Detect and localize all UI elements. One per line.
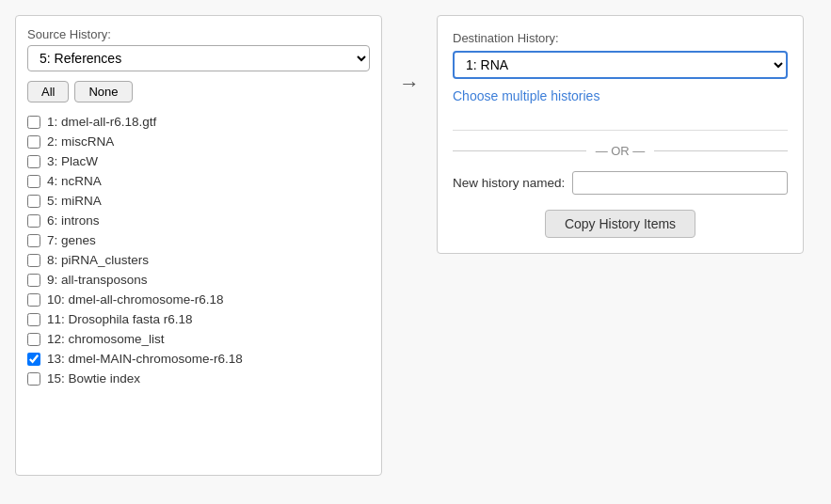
list-item-checkbox[interactable] [27,254,40,267]
list-item-label: 11: Drosophila fasta r6.18 [47,312,193,326]
list-item: 7: genes [27,230,370,250]
main-container: Source History: 5: References All None 1… [15,15,816,476]
list-item-label: 4: ncRNA [47,174,102,188]
list-item-checkbox[interactable] [27,135,40,149]
list-item: 2: miscRNA [27,132,370,151]
list-item-label: 7: genes [47,233,96,247]
new-history-row: New history named: [453,171,788,195]
new-history-label: New history named: [453,176,565,190]
list-item: 5: miRNA [27,191,370,211]
list-item-checkbox[interactable] [27,116,40,129]
list-item-label: 1: dmel-all-r6.18.gtf [47,115,156,129]
list-item: 8: piRNA_clusters [27,250,370,270]
list-item-label: 2: miscRNA [47,134,114,149]
list-item-checkbox[interactable] [27,195,40,208]
list-item: 12: chromosome_list [27,329,370,349]
items-list: 1: dmel-all-r6.18.gtf2: miscRNA3: PlacW4… [27,112,370,388]
list-item: 9: all-transposons [27,270,370,290]
new-history-input[interactable] [572,171,788,195]
list-item: 3: PlacW [27,151,370,171]
list-item-checkbox[interactable] [27,234,40,247]
or-divider: — OR — [453,144,788,158]
list-item-label: 10: dmel-all-chromosome-r6.18 [47,292,224,307]
list-item: 15: Bowtie index [27,369,370,388]
divider-line-right [654,150,788,151]
list-item-checkbox[interactable] [27,353,40,366]
list-item: 10: dmel-all-chromosome-r6.18 [27,290,370,309]
list-item-checkbox[interactable] [27,333,40,346]
list-item-checkbox[interactable] [27,155,40,168]
source-panel-label: Source History: [27,27,370,41]
copy-history-items-button[interactable]: Copy History Items [545,210,695,238]
destination-panel-label: Destination History: [453,31,788,45]
list-item-checkbox[interactable] [27,293,40,307]
list-item-label: 3: PlacW [47,154,98,168]
list-item-label: 15: Bowtie index [47,371,140,386]
list-item-label: 9: all-transposons [47,273,148,287]
list-item-checkbox[interactable] [27,214,40,228]
list-item-label: 5: miRNA [47,194,102,208]
list-item: 11: Drosophila fasta r6.18 [27,309,370,329]
list-item: 4: ncRNA [27,171,370,191]
choose-multiple-link[interactable]: Choose multiple histories [453,88,788,103]
arrow-container: → [382,15,437,96]
list-item-label: 12: chromosome_list [47,332,165,346]
or-label: — OR — [596,144,646,158]
source-history-select[interactable]: 5: References [27,45,370,71]
list-item-checkbox[interactable] [27,372,40,386]
none-button[interactable]: None [74,81,132,102]
list-item: 13: dmel-MAIN-chromosome-r6.18 [27,349,370,369]
destination-panel: Destination History: 1: RNA Choose multi… [437,15,804,254]
list-item: 1: dmel-all-r6.18.gtf [27,112,370,132]
all-none-row: All None [27,81,370,102]
list-item-label: 8: piRNA_clusters [47,253,149,267]
source-panel: Source History: 5: References All None 1… [15,15,382,476]
divider-line-left [453,150,586,151]
list-item-label: 13: dmel-MAIN-chromosome-r6.18 [47,352,243,366]
arrow-icon: → [399,71,420,96]
list-item-checkbox[interactable] [27,313,40,326]
list-item-checkbox[interactable] [27,274,40,287]
copy-button-row: Copy History Items [453,210,788,238]
all-button[interactable]: All [27,81,69,102]
destination-history-select[interactable]: 1: RNA [453,51,788,79]
list-item-checkbox[interactable] [27,175,40,188]
list-item: 6: introns [27,211,370,230]
destination-top-section: Destination History: 1: RNA Choose multi… [453,31,788,131]
list-item-label: 6: introns [47,213,100,228]
